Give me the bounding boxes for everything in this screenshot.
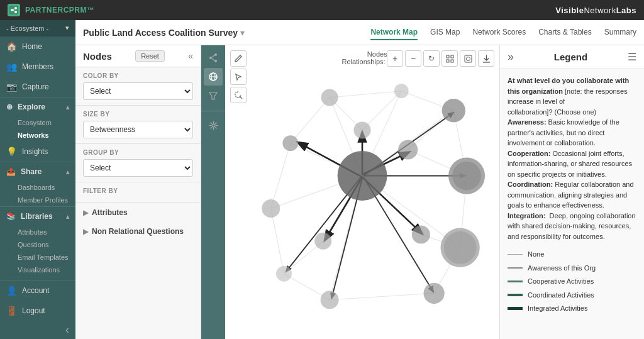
svg-point-68	[424, 283, 445, 304]
sidebar-item-libraries[interactable]: 📚 Libraries ▴	[0, 207, 75, 226]
sidebar-account-label: Account	[22, 286, 49, 295]
top-bar: PARTNERCPRM™ VisibleNetworkLabs	[0, 0, 644, 20]
network-visualization[interactable]: + − ↻ Nodes:	[225, 45, 499, 339]
zoom-in-btn[interactable]: +	[387, 50, 403, 67]
sidebar-item-members[interactable]: 👥 Members	[0, 57, 75, 77]
sidebar-sub-networks[interactable]: Networks	[0, 129, 75, 142]
sidebar-item-explore[interactable]: ⊛ Explore ▴	[0, 97, 75, 116]
icon-sidebar-bottom	[201, 111, 225, 134]
explore-icon: ⊛	[6, 103, 13, 111]
refresh-btn[interactable]: ↻	[423, 50, 440, 67]
logo-area: PARTNERCPRM™	[8, 4, 94, 16]
legend-item-coordinated: Coordinated Activities	[508, 290, 636, 301]
viz-left-icons	[230, 50, 247, 103]
network-viz-icon[interactable]	[204, 68, 223, 86]
layout-btn[interactable]	[441, 50, 458, 67]
svg-rect-20	[465, 55, 472, 62]
dropdown-arrow-icon[interactable]: ▾	[240, 28, 245, 38]
left-panel: Nodes Reset « COLOR BY Select SIZE BY Be…	[75, 45, 201, 339]
capture-icon: 📷	[6, 82, 17, 92]
svg-marker-14	[209, 92, 217, 99]
sidebar-sub-email-templates[interactable]: Email Templates	[0, 251, 75, 264]
sidebar-collapse-btn[interactable]: ‹	[0, 321, 75, 339]
svg-line-39	[271, 208, 284, 274]
edit-network-icon[interactable]	[230, 50, 247, 67]
sidebar-sub-visualizations[interactable]: Visualizations	[0, 264, 75, 276]
svg-line-42	[330, 91, 401, 97]
share-icon: 📤	[6, 167, 16, 176]
svg-point-70	[276, 266, 292, 282]
sidebar-item-share[interactable]: 📤 Share ▴	[0, 162, 75, 181]
sidebar-item-capture[interactable]: 📷 Capture	[0, 77, 75, 97]
color-by-select[interactable]: Select	[83, 82, 193, 100]
svg-line-9	[212, 55, 214, 57]
svg-point-6	[214, 53, 217, 56]
svg-point-79	[338, 151, 387, 201]
libraries-icon: 📚	[6, 212, 16, 221]
sidebar-logout-label: Logout	[22, 306, 45, 315]
zoom-out-btn[interactable]: −	[405, 50, 421, 67]
logo-icon	[8, 4, 20, 16]
svg-point-78	[354, 121, 371, 138]
svg-point-77	[412, 225, 430, 243]
svg-point-1	[11, 9, 13, 11]
legend-line-cooperative	[508, 281, 523, 282]
brand-right: VisibleNetworkLabs	[555, 6, 636, 15]
legend-line-awareness	[508, 267, 523, 269]
lasso-tool-icon[interactable]	[230, 87, 247, 103]
logo-text: PARTNERCPRM™	[25, 6, 94, 14]
svg-point-3	[14, 11, 17, 13]
panel-title: Nodes	[83, 51, 112, 62]
svg-rect-19	[451, 60, 453, 62]
nav-network-scores[interactable]: Network Scores	[472, 25, 526, 40]
share-viz-icon[interactable]	[204, 49, 223, 67]
sidebar-libraries-label: Libraries	[21, 212, 53, 221]
legend-list-icon[interactable]: ☰	[628, 51, 636, 63]
sidebar-share-label: Share	[21, 167, 42, 176]
sidebar-item-account[interactable]: 👤 Account	[0, 281, 75, 301]
arrow-tool-icon[interactable]	[230, 69, 247, 85]
sidebar-ecosystem-selector[interactable]: - Ecosystem - ▾	[0, 20, 75, 36]
group-by-select[interactable]: Select	[83, 159, 193, 177]
legend-item-none: None	[508, 249, 636, 260]
sidebar-item-insights[interactable]: 💡 Insights	[0, 142, 75, 162]
attributes-expand[interactable]: ▶ Attributes	[75, 203, 201, 222]
svg-point-15	[212, 124, 215, 127]
reset-button[interactable]: Reset	[135, 50, 165, 62]
panel-header: Nodes Reset «	[75, 45, 201, 67]
sidebar-item-home[interactable]: 🏠 Home	[0, 36, 75, 57]
non-relational-expand[interactable]: ▶ Non Relational Questions	[75, 222, 201, 241]
nav-summary[interactable]: Summary	[604, 25, 636, 40]
legend-header: » Legend ☰	[500, 45, 644, 69]
attributes-arrow-icon: ▶	[83, 209, 88, 217]
sidebar-sub-questions[interactable]: Questions	[0, 238, 75, 251]
filter-viz-icon[interactable]	[204, 87, 223, 104]
size-by-select[interactable]: Betweenness	[83, 121, 193, 138]
sidebar-sub-dashboards[interactable]: Dashboards	[0, 181, 75, 194]
sidebar-sub-attributes[interactable]: Attributes	[0, 226, 75, 238]
network-svg	[225, 45, 499, 339]
svg-line-10	[212, 58, 214, 60]
sidebar-item-logout[interactable]: 🚪 Logout	[0, 301, 75, 321]
nav-network-map[interactable]: Network Map	[370, 25, 418, 40]
sidebar-group-share: 📤 Share ▴ Dashboards Member Profiles	[0, 162, 75, 206]
legend-expand-icon[interactable]: »	[508, 50, 514, 64]
svg-point-72	[282, 135, 298, 151]
home-icon: 🏠	[6, 42, 17, 52]
sidebar-sub-member-profiles[interactable]: Member Profiles	[0, 194, 75, 206]
right-panel: » Legend ☰ At what level do you collabor…	[499, 45, 644, 339]
sidebar: - Ecosystem - ▾ 🏠 Home 👥 Members 📷 Captu…	[0, 20, 75, 339]
fit-btn[interactable]	[460, 50, 476, 67]
nav-charts-tables[interactable]: Charts & Tables	[538, 25, 592, 40]
header-bar: Public Land Access Coalition Survey ▾ Ne…	[75, 20, 644, 45]
sidebar-sub-ecosystem[interactable]: Ecosystem	[0, 116, 75, 129]
color-by-section: COLOR BY Select	[75, 67, 201, 106]
nav-gis-map[interactable]: GIS Map	[430, 25, 460, 40]
account-icon: 👤	[6, 286, 17, 296]
download-btn[interactable]	[478, 50, 494, 67]
settings-viz-icon[interactable]	[204, 116, 223, 134]
sidebar-item-home-label: Home	[22, 42, 42, 51]
filter-by-label: FILTER BY	[83, 187, 193, 194]
logout-icon: 🚪	[6, 306, 17, 316]
panel-collapse-icon[interactable]: «	[188, 51, 193, 61]
